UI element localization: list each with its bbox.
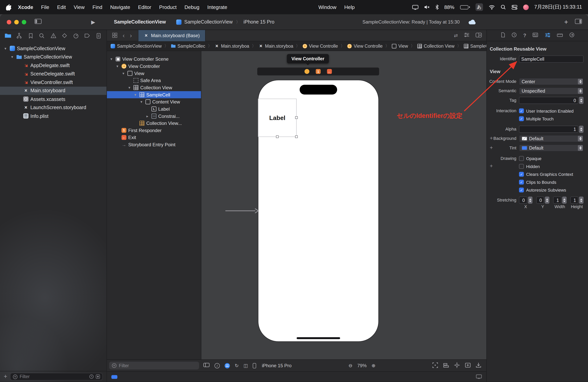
file-row[interactable]: ▾SampleCollectionView	[0, 53, 106, 61]
checkbox[interactable]: ✓	[519, 188, 524, 192]
code-review-icon[interactable]: ⇄	[454, 33, 458, 38]
scene-dock[interactable]: 1 ←	[257, 67, 379, 75]
add-attribute-button[interactable]: +	[490, 135, 493, 141]
outline-row[interactable]: ▸Constrai...	[107, 113, 201, 120]
zoom-in-button[interactable]: ⊕	[372, 363, 376, 368]
outline-row-selected[interactable]: ▾SampleCell	[107, 91, 201, 98]
back-button[interactable]: ‹	[123, 32, 125, 39]
outline-row[interactable]: ▾View Controller	[107, 63, 201, 70]
stepper[interactable]	[579, 197, 584, 204]
checkbox[interactable]: ✓	[519, 180, 524, 185]
storyboard-entry-arrow[interactable]	[225, 208, 260, 214]
file-row[interactable]: ×LaunchScreen.storyboard	[0, 103, 106, 112]
disclosure-triangle[interactable]: ▾	[127, 85, 132, 90]
mute-icon[interactable]	[424, 5, 430, 9]
align-icon[interactable]	[443, 362, 449, 369]
source-control-icon[interactable]	[16, 32, 22, 39]
left-sidebar-toggle[interactable]	[34, 19, 42, 25]
editor-tab[interactable]: × Main.storyboard (Base)	[138, 30, 205, 41]
disclosure-triangle[interactable]: ▾	[109, 57, 114, 61]
tint-popup[interactable]: Default	[519, 144, 584, 151]
info-icon[interactable]: i	[214, 363, 220, 368]
disclosure-triangle[interactable]: ▾	[3, 46, 8, 51]
identity-inspector-icon[interactable]	[533, 33, 538, 38]
report-navigator-icon[interactable]	[95, 32, 102, 39]
debug-navigator-icon[interactable]	[73, 32, 79, 39]
semantic-popup[interactable]: Unspecified	[519, 87, 584, 95]
cell-label[interactable]: Label	[269, 114, 285, 121]
breadcrumb-item[interactable]: View	[392, 43, 408, 49]
content-mode-popup[interactable]: Center	[519, 78, 584, 85]
checkbox[interactable]: ✓	[519, 116, 524, 121]
issue-navigator-icon[interactable]	[50, 32, 57, 39]
wifi-icon[interactable]	[488, 5, 495, 10]
full-screen-preview-icon[interactable]	[476, 373, 482, 380]
run-button[interactable]: ▶	[91, 19, 95, 25]
split-view-icon[interactable]: ◫	[244, 363, 248, 368]
device-selector[interactable]: iPhone 15 Pro	[262, 363, 292, 368]
variants-icon[interactable]	[225, 363, 230, 368]
view-controller-icon[interactable]	[304, 69, 309, 74]
display-icon[interactable]	[412, 5, 419, 10]
file-inspector-icon[interactable]	[501, 32, 505, 39]
menu-view[interactable]: View	[74, 4, 84, 10]
adjust-editor-icon[interactable]	[464, 33, 470, 38]
project-navigator-icon[interactable]	[4, 32, 11, 39]
menu-navigate[interactable]: Navigate	[110, 4, 130, 10]
exit-icon[interactable]: ←	[327, 69, 332, 74]
zoom-level[interactable]: 79%	[357, 363, 367, 368]
breadcrumb-item[interactable]: SampleCollectionView	[111, 43, 162, 49]
disclosure-triangle[interactable]: ▾	[121, 71, 126, 75]
menu-debug[interactable]: Debug	[185, 4, 200, 10]
outline-row[interactable]: 1First Responder	[107, 127, 201, 134]
outline-row[interactable]: ▾View Controller Scene	[107, 55, 201, 63]
scheme-selector[interactable]: SampleCollectionView 〉 iPhone 15 Pro	[176, 19, 274, 25]
background-popup[interactable]: Default	[519, 135, 584, 142]
orientation-icon[interactable]: ↻	[235, 363, 239, 368]
menu-editor[interactable]: Editor	[138, 4, 151, 10]
stepper[interactable]	[528, 197, 532, 204]
find-navigator-icon[interactable]	[39, 32, 45, 39]
tag-stepper[interactable]	[579, 97, 584, 104]
tag-field[interactable]: 0	[519, 97, 578, 104]
menu-file[interactable]: File	[41, 4, 49, 10]
zoom-window-button[interactable]	[22, 20, 26, 24]
checkbox[interactable]: ✓	[519, 108, 524, 113]
breadcrumb-item[interactable]: ×Main.storyboa	[259, 43, 293, 49]
add-constraints-icon[interactable]	[454, 362, 460, 369]
control-center-icon[interactable]	[511, 5, 517, 10]
menubar-clock[interactable]: 7月28日(日) 15:33:11	[534, 4, 582, 11]
first-responder-icon[interactable]: 1	[316, 69, 321, 74]
breadcrumb-item[interactable]: SampleCell	[464, 43, 486, 49]
stepper[interactable]	[562, 197, 567, 204]
collection-view-cell[interactable]: Label	[258, 99, 297, 137]
minimize-window-button[interactable]	[14, 20, 19, 24]
menubar-app-icon[interactable]	[523, 4, 529, 10]
quick-help-inspector-icon[interactable]: ?	[523, 33, 526, 38]
file-row[interactable]: ViewController.swift	[0, 78, 106, 86]
stepper[interactable]	[545, 197, 549, 204]
outline-filter-field[interactable]: Filter	[109, 361, 199, 370]
embed-icon[interactable]	[476, 362, 481, 369]
add-attribute-button[interactable]: +	[490, 145, 493, 150]
attributes-inspector-icon[interactable]	[545, 32, 550, 39]
outline-row[interactable]: ▾View	[107, 70, 201, 77]
file-row[interactable]: ▾SampleCollectionView	[0, 44, 106, 53]
history-inspector-icon[interactable]	[512, 32, 517, 39]
file-row[interactable]: AppDelegate.swift	[0, 61, 106, 69]
menu-window[interactable]: Window	[318, 4, 336, 10]
right-sidebar-toggle[interactable]	[575, 19, 582, 25]
breadcrumb-item[interactable]: Collection View	[418, 43, 455, 49]
checkbox[interactable]	[519, 156, 524, 161]
device-icon[interactable]	[253, 363, 256, 368]
menu-product[interactable]: Product	[159, 4, 177, 10]
run-destination[interactable]: iPhone 15 Pro	[243, 19, 274, 25]
resize-handle-corner[interactable]	[295, 135, 298, 138]
outline-row[interactable]: Collection View...	[107, 120, 201, 127]
storyboard-canvas[interactable]: View Controller 1 ← Label	[201, 51, 486, 359]
forward-button[interactable]: ›	[130, 32, 132, 39]
add-editor-icon[interactable]	[475, 32, 482, 39]
input-source-badge[interactable]: あ	[475, 3, 483, 11]
resize-handle-right[interactable]	[295, 116, 298, 119]
alpha-stepper[interactable]	[579, 126, 584, 133]
